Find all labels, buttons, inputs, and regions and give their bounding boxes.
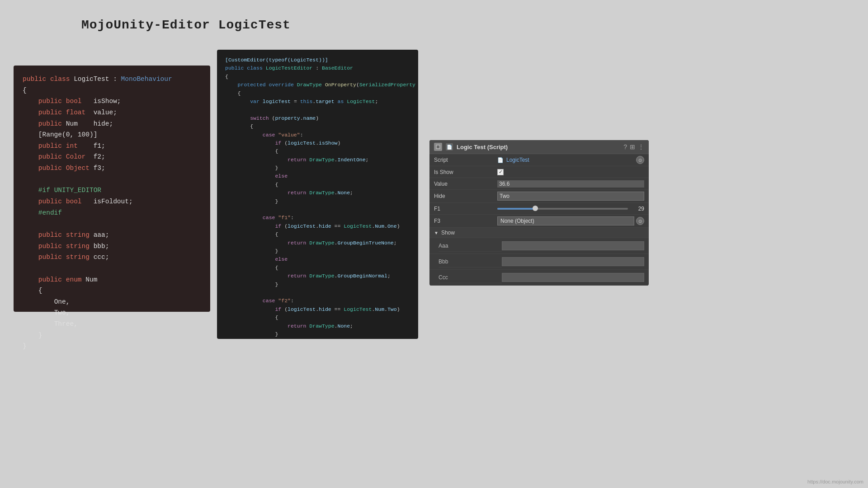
bbb-label: Bbb bbox=[439, 256, 502, 267]
ccc-input[interactable] bbox=[502, 273, 644, 282]
f3-select-btn[interactable]: ⊙ bbox=[636, 217, 644, 225]
f3-object-input[interactable] bbox=[497, 216, 634, 225]
inspector-cube-icon bbox=[434, 143, 442, 151]
f1-slider-value: 29 bbox=[631, 206, 644, 212]
layout-icon[interactable]: ⊞ bbox=[630, 143, 635, 150]
script-select-btn[interactable]: ⊙ bbox=[636, 156, 644, 164]
script-doc-icon: 📄 bbox=[497, 157, 504, 163]
script-value[interactable]: LogicTest bbox=[506, 157, 529, 163]
left-code-panel: public class LogicTest : MonoBehaviour {… bbox=[14, 66, 210, 312]
hide-dropdown[interactable]: One Two Three bbox=[497, 192, 644, 201]
f1-row: F1 29 bbox=[429, 203, 649, 215]
isshow-row: Is Show ✓ bbox=[429, 166, 649, 178]
f1-label: F1 bbox=[434, 206, 497, 212]
hide-label: Hide bbox=[434, 193, 497, 199]
help-icon[interactable]: ? bbox=[623, 143, 627, 150]
svg-rect-1 bbox=[437, 145, 439, 148]
aaa-row: Aaa bbox=[429, 238, 649, 254]
inspector-header: 📄 Logic Test (Script) ? ⊞ ⋮ bbox=[429, 140, 649, 154]
menu-icon[interactable]: ⋮ bbox=[638, 143, 644, 150]
show-section-header[interactable]: ▼ Show bbox=[429, 228, 649, 238]
f3-label: F3 bbox=[434, 218, 497, 224]
inspector-header-icons: ? ⊞ ⋮ bbox=[623, 143, 644, 150]
aaa-label: Aaa bbox=[439, 240, 502, 252]
hide-row: Hide One Two Three bbox=[429, 190, 649, 203]
watermark: https://doc.mojounity.com bbox=[807, 479, 863, 484]
bbb-row: Bbb bbox=[429, 254, 649, 270]
script-row: Script 📄 LogicTest ⊙ bbox=[429, 154, 649, 166]
inspector-title: Logic Test (Script) bbox=[457, 144, 620, 150]
show-section-label: Show bbox=[441, 230, 455, 236]
isshow-checkbox[interactable]: ✓ bbox=[497, 169, 504, 175]
f3-row: F3 ⊙ bbox=[429, 215, 649, 228]
inspector-doc-icon: 📄 bbox=[446, 143, 453, 150]
ccc-row: Ccc bbox=[429, 270, 649, 286]
value-row: Value bbox=[429, 178, 649, 190]
aaa-input[interactable] bbox=[502, 241, 644, 250]
inspector-panel: 📄 Logic Test (Script) ? ⊞ ⋮ Script 📄 Log… bbox=[429, 140, 649, 286]
value-input[interactable] bbox=[497, 180, 644, 188]
page-title: MojoUnity-Editor LogicTest bbox=[81, 18, 291, 32]
ccc-label: Ccc bbox=[439, 272, 502, 283]
bbb-input[interactable] bbox=[502, 257, 644, 266]
script-label: Script bbox=[434, 157, 497, 163]
f1-slider-track[interactable] bbox=[497, 208, 628, 210]
value-label: Value bbox=[434, 181, 497, 187]
isshow-label: Is Show bbox=[434, 169, 497, 175]
show-triangle-icon: ▼ bbox=[434, 230, 439, 235]
center-code-panel: [CustomEditor(typeof(LogicTest))] public… bbox=[217, 50, 418, 339]
